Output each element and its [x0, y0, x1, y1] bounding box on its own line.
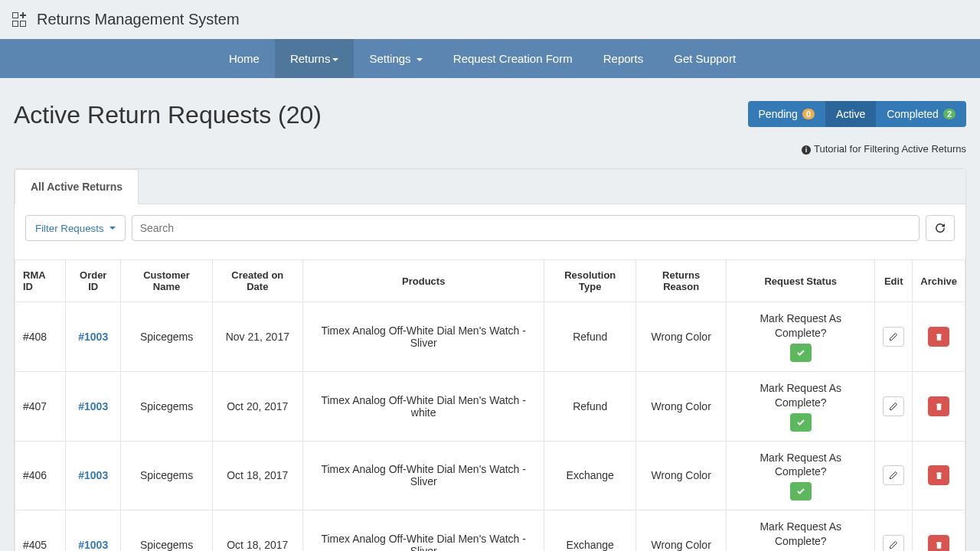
cell-created: Oct 18, 2017	[212, 441, 302, 510]
main-nav: Home Returns Settings Request Creation F…	[0, 39, 980, 78]
cell-customer: Spicegems	[121, 441, 212, 510]
cell-reason: Wrong Color	[636, 302, 727, 372]
status-prompt: Mark Request As Complete?	[734, 451, 867, 480]
mark-complete-button[interactable]	[790, 344, 812, 362]
order-link[interactable]: #1003	[78, 469, 108, 481]
returns-panel: All Active Returns Filter Requests RMA I…	[14, 168, 966, 551]
archive-button[interactable]	[928, 327, 949, 347]
cell-rma-id: #405	[15, 510, 66, 551]
cell-created: Oct 18, 2017	[212, 510, 302, 551]
order-link[interactable]: #1003	[78, 400, 108, 412]
cell-status: Mark Request As Complete?	[727, 371, 875, 441]
pending-count-badge: 0	[802, 109, 815, 119]
table-row: #405#1003SpicegemsOct 18, 2017Timex Anal…	[15, 510, 965, 551]
cell-product: Timex Analog Off-White Dial Men's Watch …	[302, 510, 544, 551]
app-title: Returns Management System	[37, 11, 240, 28]
edit-button[interactable]	[883, 535, 904, 551]
cell-created: Oct 20, 2017	[212, 371, 302, 441]
cell-archive	[913, 302, 965, 372]
tutorial-link[interactable]: iTutorial for Filtering Active Returns	[802, 143, 966, 155]
edit-button[interactable]	[883, 396, 904, 416]
status-prompt: Mark Request As Complete?	[734, 520, 867, 549]
col-status: Request Status	[727, 260, 875, 302]
cell-edit	[875, 371, 913, 441]
status-tab-completed[interactable]: Completed 2	[876, 101, 966, 127]
table-row: #406#1003SpicegemsOct 18, 2017Timex Anal…	[15, 441, 965, 510]
cell-archive	[913, 510, 965, 551]
cell-archive	[913, 371, 965, 441]
table-row: #407#1003SpicegemsOct 20, 2017Timex Anal…	[15, 371, 965, 441]
chevron-down-icon	[109, 227, 116, 230]
cell-created: Nov 21, 2017	[212, 302, 302, 372]
cell-product: Timex Analog Off-White Dial Men's Watch …	[302, 441, 544, 510]
cell-product: Timex Analog Off-White Dial Men's Watch …	[302, 302, 544, 372]
col-archive: Archive	[913, 260, 965, 302]
col-edit: Edit	[875, 260, 913, 302]
archive-button[interactable]	[928, 535, 949, 551]
info-icon: i	[802, 145, 811, 155]
mark-complete-button[interactable]	[790, 413, 812, 432]
topbar: Returns Management System	[0, 0, 980, 39]
cell-order-id: #1003	[66, 302, 121, 372]
app-grid-icon	[12, 12, 28, 28]
col-created: Created on Date	[212, 260, 302, 302]
status-prompt: Mark Request As Complete?	[734, 311, 867, 341]
col-rma-id: RMA ID	[15, 260, 66, 302]
status-tab-active-label: Active	[836, 108, 865, 120]
cell-product: Timex Analog Off-White Dial Men's Watch …	[302, 371, 544, 441]
nav-returns[interactable]: Returns	[275, 39, 354, 78]
status-tab-pending-label: Pending	[759, 108, 798, 120]
edit-button[interactable]	[883, 327, 904, 347]
filter-label: Filter Requests	[35, 223, 104, 234]
cell-order-id: #1003	[66, 371, 121, 441]
cell-resolution: Refund	[544, 302, 636, 372]
cell-resolution: Refund	[544, 371, 636, 441]
status-tab-active[interactable]: Active	[825, 101, 876, 127]
cell-status: Mark Request As Complete?	[727, 510, 875, 551]
col-products: Products	[302, 260, 544, 302]
cell-rma-id: #406	[15, 441, 66, 510]
mark-complete-button[interactable]	[790, 482, 812, 500]
nav-settings-label: Settings	[369, 52, 410, 65]
chevron-down-icon	[332, 58, 338, 61]
tutorial-text: Tutorial for Filtering Active Returns	[814, 143, 966, 155]
nav-reports[interactable]: Reports	[588, 39, 659, 78]
cell-resolution: Exchange	[544, 441, 636, 510]
completed-count-badge: 2	[943, 109, 956, 119]
search-input[interactable]	[132, 215, 920, 241]
archive-button[interactable]	[928, 465, 949, 485]
col-resolution: Resolution Type	[544, 260, 636, 302]
returns-table: RMA ID Order ID Customer Name Created on…	[15, 259, 965, 551]
cell-customer: Spicegems	[121, 510, 212, 551]
col-order-id: Order ID	[66, 260, 121, 302]
cell-reason: Wrong Color	[636, 441, 727, 510]
nav-support[interactable]: Get Support	[658, 39, 751, 78]
cell-order-id: #1003	[66, 441, 121, 510]
page-title: Active Return Requests (20)	[14, 101, 322, 129]
nav-settings[interactable]: Settings	[354, 39, 437, 78]
order-link[interactable]: #1003	[78, 331, 108, 343]
chevron-down-icon	[416, 58, 423, 61]
col-reason: Returns Reason	[636, 260, 727, 302]
edit-button[interactable]	[883, 465, 904, 485]
nav-home[interactable]: Home	[214, 39, 275, 78]
status-tab-completed-label: Completed	[887, 108, 939, 120]
cell-edit	[875, 510, 913, 551]
order-link[interactable]: #1003	[78, 539, 108, 551]
nav-returns-label: Returns	[290, 52, 331, 65]
refresh-button[interactable]	[926, 215, 955, 241]
status-prompt: Mark Request As Complete?	[734, 381, 867, 410]
tab-all-active-returns[interactable]: All Active Returns	[15, 169, 139, 204]
filter-requests-button[interactable]: Filter Requests	[25, 215, 126, 241]
cell-status: Mark Request As Complete?	[727, 302, 875, 372]
cell-reason: Wrong Color	[636, 510, 727, 551]
refresh-icon	[935, 223, 946, 233]
status-filter-group: Pending 0 Active Completed 2	[748, 101, 966, 127]
archive-button[interactable]	[928, 396, 949, 416]
cell-edit	[875, 302, 913, 372]
status-tab-pending[interactable]: Pending 0	[748, 101, 826, 127]
nav-request-form[interactable]: Request Creation Form	[438, 39, 588, 78]
cell-customer: Spicegems	[121, 371, 212, 441]
cell-customer: Spicegems	[121, 302, 212, 372]
cell-edit	[875, 441, 913, 510]
